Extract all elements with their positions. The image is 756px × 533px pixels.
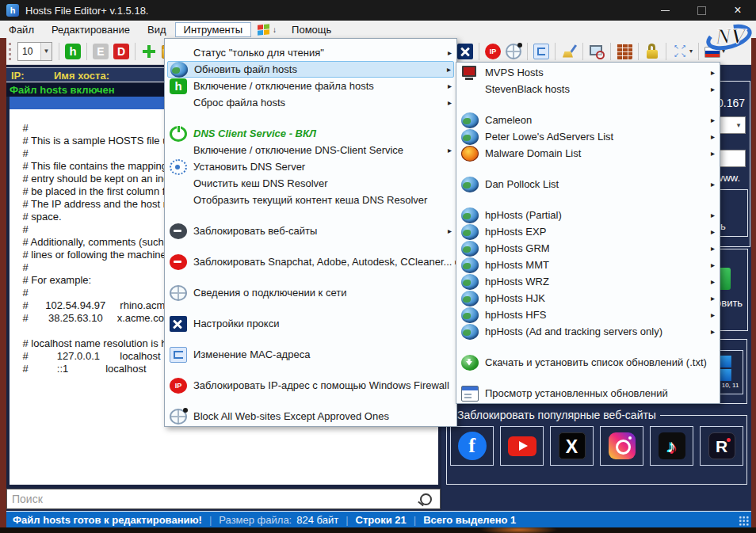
menu-item-read-only-status[interactable]: Статус "только для чтения" ▸ <box>165 44 456 61</box>
menu-help[interactable]: Помощь <box>283 22 340 37</box>
submenu-item-mvps[interactable]: MVPS Hosts ▸ <box>456 64 720 81</box>
tools-menu: Статус "только для чтения" ▸ Обновить фа… <box>164 38 457 427</box>
submenu-arrow-icon: ▸ <box>711 116 715 124</box>
toolbar-button[interactable]: ▾ <box>483 40 503 63</box>
menu-view[interactable]: Вид <box>139 22 175 37</box>
submenu-arrow-icon: ▸ <box>711 85 715 93</box>
block-x-button[interactable] <box>550 426 594 466</box>
submenu-item-dan-pollock[interactable]: Dan Pollock List ▸ <box>456 176 720 192</box>
update-globe-icon <box>461 241 479 257</box>
menu-item-network-info[interactable]: Сведения о подключении к сети ▸ <box>165 284 456 301</box>
toolbar-button[interactable]: ▾ <box>111 40 132 63</box>
update-globe-icon <box>461 307 479 323</box>
toolbar-button[interactable]: ▾ <box>139 40 159 63</box>
menu-item-dns-client-status[interactable]: DNS Client Service - ВКЛ ▸ <box>165 125 456 142</box>
toolbar-button[interactable]: ▾ <box>586 40 607 63</box>
menu-item-proxy-settings[interactable]: Настройки прокси ▸ <box>165 315 456 332</box>
menu-item-show-dns-cache[interactable]: Отобразить текущий контент кеша DNS Reso… <box>165 192 456 208</box>
tiktok-icon <box>659 432 685 459</box>
file-size-value: 824 байт <box>296 514 338 526</box>
menu-item-block-websites[interactable]: Заблокировать веб-сайты ▸ <box>165 223 456 239</box>
submenu-item-hphosts-hjk[interactable]: hpHosts HJK ▸ <box>456 290 720 306</box>
menu-item-update-hosts[interactable]: Обновить файл hosts ▸ <box>167 61 454 78</box>
lines-count: Строки 21 <box>356 514 407 526</box>
svg-text:NV: NV <box>715 25 746 48</box>
block-instagram-button[interactable] <box>600 426 643 466</box>
block-facebook-button[interactable] <box>450 426 494 466</box>
firewall-icon <box>617 44 632 59</box>
menu-item-toggle-hosts-file[interactable]: Включение / отключение файла hosts ▸ <box>165 78 456 94</box>
toolbar-button[interactable]: ▾ <box>642 40 662 63</box>
submenu-arrow-icon: ▸ <box>711 149 715 158</box>
submenu-item-hphosts-mmt[interactable]: hpHosts MMT ▸ <box>456 257 720 273</box>
delete-icon <box>113 44 129 59</box>
submenu-arrow-icon: ▸ <box>448 82 452 90</box>
menu-item-change-mac[interactable]: Изменение MAC-адреса ▸ <box>165 346 456 363</box>
submenu-item-view-updates[interactable]: Просмотр установленных обновлений ▸ <box>456 385 720 402</box>
block-tiktok-button[interactable] <box>650 426 693 466</box>
menu-item-clear-dns-cache[interactable]: Очистить кеш DNS Resolver ▸ <box>165 175 456 192</box>
status-bar: Файл hosts готов к редактированию! | Раз… <box>6 512 751 527</box>
toolbar-button[interactable]: ▾ <box>559 40 579 63</box>
menu-item-block-ip-firewall[interactable]: Заблокировать IP-адрес с помощью Windows… <box>165 377 456 394</box>
submenu-arrow-icon: ▸ <box>711 294 715 303</box>
update-globe-icon <box>461 257 479 273</box>
menu-file[interactable]: Файл <box>0 22 43 37</box>
menu-item-reset-hosts[interactable]: Сброс файла hosts ▸ <box>165 94 456 111</box>
mac-address-icon <box>533 44 549 59</box>
block-rutube-button[interactable] <box>700 426 743 466</box>
updates-window-icon <box>461 386 479 402</box>
submenu-item-peter-lowe[interactable]: Peter Lowe's AdServers List ▸ <box>456 128 720 145</box>
hosts-file-editor-window: h Hosts File Editor+ v.1.5.18. × Файл Ре… <box>0 0 756 533</box>
menu-item-block-apps[interactable]: Заблокировать Snapchat, Adobe, Autodesk,… <box>165 253 456 270</box>
globe-dot-icon <box>506 44 521 59</box>
resize-grip[interactable] <box>739 516 749 526</box>
block-youtube-button[interactable] <box>500 426 544 466</box>
minimize-button[interactable] <box>647 0 683 21</box>
submenu-arrow-icon: ▸ <box>448 227 452 235</box>
menu-tools[interactable]: Интрументы <box>175 22 252 37</box>
toolbar-button[interactable]: ▾ <box>531 40 552 63</box>
chevron-down-icon: ▾ <box>732 117 745 133</box>
search-icon[interactable] <box>420 493 432 505</box>
title-bar: h Hosts File Editor+ v.1.5.18. × <box>0 0 756 21</box>
windows-menu-button[interactable]: ↓ <box>258 25 277 35</box>
submenu-item-malware-domain-list[interactable]: Malware Domain List ▸ <box>456 145 720 162</box>
submenu-item-hphosts-exp[interactable]: hpHosts EXP ▸ <box>456 223 720 240</box>
proxy-settings-icon <box>457 44 473 59</box>
submenu-item-hphosts-grm[interactable]: hpHosts GRM ▸ <box>456 240 720 257</box>
toolbar-button[interactable]: ▾ <box>670 40 695 63</box>
submenu-item-hphosts-partial[interactable]: hpHosts (Partial) ▸ <box>456 207 720 223</box>
submenu-arrow-icon: ▸ <box>711 180 715 188</box>
expand-icon <box>672 44 688 59</box>
submenu-item-stevenblack[interactable]: StevenBlack hosts ▸ <box>456 81 720 97</box>
submenu-item-hphosts-ad-tracking[interactable]: hpHosts (Ad and tracking servers only) ▸ <box>456 323 720 340</box>
monitor-icon <box>461 65 479 81</box>
submenu-item-hphosts-wrz[interactable]: hpHosts WRZ ▸ <box>456 273 720 290</box>
chevron-down-icon[interactable]: ▼ <box>40 43 52 60</box>
submenu-item-download-updates[interactable]: Скачать и установить список обновлений (… <box>456 354 720 371</box>
clean-icon <box>561 44 577 59</box>
font-size-combobox[interactable]: 10 ▼ <box>17 42 52 61</box>
menu-item-toggle-dns-client[interactable]: Включение / отключение DNS-Client Servic… <box>165 142 456 158</box>
submenu-arrow-icon: ▸ <box>711 327 715 336</box>
submenu-arrow-icon: ▸ <box>711 132 715 141</box>
mac-address-icon <box>170 347 187 363</box>
submenu-item-hphosts-hfs[interactable]: hpHosts HFS ▸ <box>456 306 720 323</box>
update-globe-icon <box>461 324 479 340</box>
search-input[interactable] <box>7 492 420 506</box>
desktop-strip <box>0 527 756 533</box>
menu-edit[interactable]: Редактирование <box>43 22 139 37</box>
toolbar-button[interactable]: ▾ <box>455 40 475 63</box>
toolbar-button[interactable]: ▾ <box>90 40 111 63</box>
toolbar-button[interactable]: ▾ <box>503 40 524 63</box>
window-right-border <box>751 38 756 527</box>
toolbar-button[interactable]: ▾ <box>614 40 635 63</box>
edit-disabled-icon <box>93 44 109 59</box>
menu-item-set-dns-server[interactable]: Установить DNS Server ▸ <box>165 158 456 175</box>
submenu-item-cameleon[interactable]: Cameleon ▸ <box>456 112 720 128</box>
windows-flag-icon <box>258 24 269 36</box>
toolbar-button[interactable]: ▾ <box>63 40 83 63</box>
window-left-border <box>0 38 6 527</box>
menu-item-block-all-websites[interactable]: Block All Web-sites Except Approved Ones… <box>165 408 456 424</box>
